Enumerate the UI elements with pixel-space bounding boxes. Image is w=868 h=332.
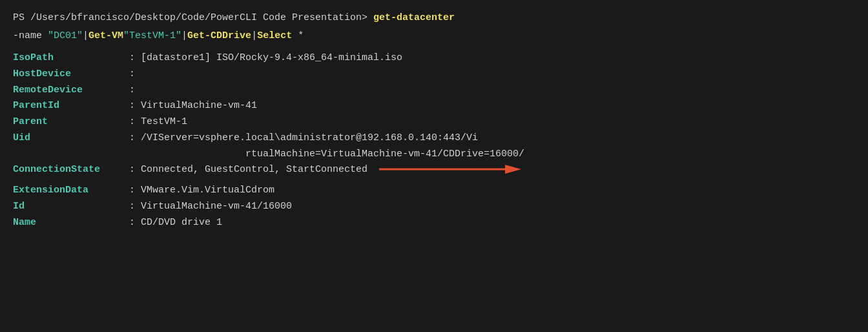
field-name-name: Name — [13, 215, 129, 231]
field-name-uid: Uid — [13, 130, 129, 147]
field-value-parent: : TestVM-1 — [129, 114, 187, 130]
field-value-isopath: : [datastore1] ISO/Rocky-9.4-x86_64-mini… — [129, 50, 402, 67]
field-name-parentid: ParentId — [13, 98, 129, 114]
prompt: PS /Users/bfrancisco/Desktop/Code/PowerC… — [13, 10, 373, 26]
field-parentid: ParentId : VirtualMachine-vm-41 — [13, 98, 855, 114]
command-line-2: -name "DC01" | Get-VM "TestVM-1" | Get-C… — [13, 28, 855, 44]
field-value-extensiondata: : VMware.Vim.VirtualCdrom — [129, 183, 274, 199]
field-connectionstate: ConnectionState : Connected, GuestContro… — [13, 162, 855, 183]
svg-marker-1 — [505, 165, 521, 174]
command-get-datacenter: get-datacenter — [373, 10, 455, 26]
command-get-cddrive: Get-CDDrive — [187, 28, 251, 44]
pipe-3: | — [251, 28, 257, 44]
field-value-remotedevice: : — [129, 83, 135, 99]
output-section: IsoPath : [datastore1] ISO/Rocky-9.4-x86… — [13, 50, 855, 231]
command-get-vm: Get-VM — [88, 28, 123, 44]
terminal: PS /Users/bfrancisco/Desktop/Code/PowerC… — [13, 10, 855, 231]
vm-name-value: "TestVM-1" — [123, 28, 181, 44]
field-value-connectionstate: : Connected, GuestControl, StartConnecte… — [129, 162, 367, 178]
field-value-parentid: : VirtualMachine-vm-41 — [129, 98, 257, 114]
command-select: Select — [257, 28, 292, 44]
field-value-id: : VirtualMachine-vm-41/16000 — [129, 199, 292, 215]
field-name-remotedevice: RemoteDevice — [13, 83, 129, 99]
field-hostdevice: HostDevice : — [13, 67, 855, 83]
field-id: Id : VirtualMachine-vm-41/16000 — [13, 199, 855, 215]
field-uid: Uid : /VIServer=vsphere.local\administra… — [13, 130, 855, 163]
arrow-icon — [379, 162, 521, 183]
field-extensiondata: ExtensionData : VMware.Vim.VirtualCdrom — [13, 183, 855, 199]
field-name-isopath: IsoPath — [13, 50, 129, 67]
field-name-hostdevice: HostDevice — [13, 67, 129, 83]
field-name: Name : CD/DVD drive 1 — [13, 215, 855, 231]
field-value-hostdevice: : — [129, 67, 135, 83]
field-isopath: IsoPath : [datastore1] ISO/Rocky-9.4-x86… — [13, 50, 855, 67]
pipe-1: | — [83, 28, 88, 44]
field-remotedevice: RemoteDevice : — [13, 83, 855, 99]
field-value-name: : CD/DVD drive 1 — [129, 215, 222, 231]
field-parent: Parent : TestVM-1 — [13, 114, 855, 130]
star-wildcard: * — [292, 28, 304, 44]
field-name-parent: Parent — [13, 114, 129, 130]
field-name-extensiondata: ExtensionData — [13, 183, 129, 199]
dc-name-value: "DC01" — [48, 28, 83, 44]
pipe-2: | — [181, 28, 187, 44]
flag-name: -name — [13, 28, 48, 44]
field-name-id: Id — [13, 199, 129, 215]
command-line-1: PS /Users/bfrancisco/Desktop/Code/PowerC… — [13, 10, 855, 26]
field-name-connectionstate: ConnectionState — [13, 162, 129, 178]
field-value-uid: : /VIServer=vsphere.local\administrator@… — [129, 130, 524, 163]
